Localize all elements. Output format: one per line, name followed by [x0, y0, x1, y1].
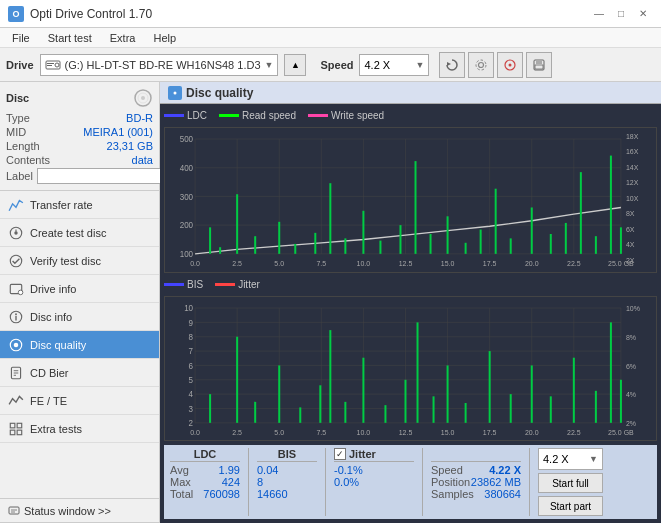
extra-tests-icon: [8, 421, 24, 437]
jitter-color-swatch: [215, 283, 235, 286]
menu-extra[interactable]: Extra: [102, 30, 144, 46]
nav-label-transfer-rate: Transfer rate: [30, 199, 93, 211]
menu-start-test[interactable]: Start test: [40, 30, 100, 46]
length-label: Length: [6, 140, 40, 152]
menu-help[interactable]: Help: [145, 30, 184, 46]
svg-rect-30: [10, 423, 15, 428]
samples-row: Samples 380664: [431, 488, 521, 500]
legend-read: Read speed: [219, 110, 296, 121]
titlebar-left: O Opti Drive Control 1.70: [8, 6, 152, 22]
svg-text:4: 4: [189, 389, 194, 399]
jitter-checkbox[interactable]: ✓: [334, 448, 346, 460]
drive-text: (G:) HL-DT-ST BD-RE WH16NS48 1.D3: [65, 59, 261, 71]
speed-label: Speed: [320, 59, 353, 71]
mid-value: MEIRA1 (001): [83, 126, 153, 138]
save-icon: [532, 58, 546, 72]
svg-text:6X: 6X: [626, 224, 635, 233]
svg-text:8: 8: [189, 331, 194, 341]
label-input[interactable]: [37, 168, 170, 184]
ldc-total-row: Total 760098: [170, 488, 240, 500]
divider1: [248, 448, 249, 516]
svg-point-38: [174, 91, 177, 94]
status-window-icon: [8, 505, 20, 517]
svg-text:16X: 16X: [626, 147, 639, 156]
svg-text:5.0: 5.0: [274, 259, 284, 268]
svg-text:0.0: 0.0: [190, 427, 200, 436]
start-part-button[interactable]: Start part: [538, 496, 603, 516]
minimize-button[interactable]: —: [589, 5, 609, 23]
titlebar-controls: — □ ✕: [589, 5, 653, 23]
disc-button[interactable]: [497, 52, 523, 78]
drive-info-icon: [8, 281, 24, 297]
sidebar-item-extra-tests[interactable]: Extra tests: [0, 415, 159, 443]
jitter-header: Jitter: [349, 448, 376, 460]
disc-title: Disc: [6, 92, 29, 104]
legend-jitter-label: Jitter: [238, 279, 260, 290]
svg-text:4X: 4X: [626, 240, 635, 249]
max-jitter: 0.0%: [334, 476, 414, 488]
gear-icon: [474, 58, 488, 72]
drive-select[interactable]: (G:) HL-DT-ST BD-RE WH16NS48 1.D3 ▼: [40, 54, 279, 76]
create-disc-icon: [8, 225, 24, 241]
speed-select[interactable]: 4.2 X ▼: [359, 54, 429, 76]
drivebar: Drive (G:) HL-DT-ST BD-RE WH16NS48 1.D3 …: [0, 48, 661, 82]
titlebar: O Opti Drive Control 1.70 — □ ✕: [0, 0, 661, 28]
svg-point-13: [141, 96, 145, 100]
svg-text:17.5: 17.5: [483, 427, 497, 436]
sidebar-item-transfer-rate[interactable]: Transfer rate: [0, 191, 159, 219]
disc-panel: Disc Type BD-R MID MEIRA1 (001) Length 2…: [0, 82, 159, 191]
svg-text:22.5: 22.5: [567, 427, 581, 436]
save-button[interactable]: [526, 52, 552, 78]
bis-color-swatch: [164, 283, 184, 286]
nav-label-cd-bier: CD Bier: [30, 367, 69, 379]
refresh-button[interactable]: [439, 52, 465, 78]
sidebar-item-create-test-disc[interactable]: Create test disc: [0, 219, 159, 247]
legend-ldc: LDC: [164, 110, 207, 121]
speed-stat-value: 4.22 X: [489, 464, 521, 476]
svg-point-18: [10, 255, 21, 266]
divider3: [422, 448, 423, 516]
status-window-button[interactable]: Status window >>: [0, 499, 159, 523]
sidebar-item-fe-te[interactable]: FE / TE: [0, 387, 159, 415]
sidebar-item-drive-info[interactable]: Drive info: [0, 275, 159, 303]
chart2-container: 10 9 8 7 6 5 4 3 2 10% 8% 6% 4% 2%: [164, 296, 657, 442]
type-value: BD-R: [126, 112, 153, 124]
speed-stat-label: Speed: [431, 464, 463, 476]
speed-value: 4.2 X: [364, 59, 390, 71]
legend-jitter: Jitter: [215, 279, 260, 290]
svg-text:3: 3: [189, 403, 194, 413]
bis-total-row: 14660: [257, 488, 317, 500]
speed-dropdown[interactable]: 4.2 X ▼: [538, 448, 603, 470]
charts-area: LDC Read speed Write speed: [160, 104, 661, 523]
svg-text:12.5: 12.5: [399, 259, 413, 268]
label-label: Label: [6, 170, 33, 182]
svg-point-5: [479, 62, 484, 67]
total-label: Total: [170, 488, 193, 500]
maximize-button[interactable]: □: [611, 5, 631, 23]
start-full-button[interactable]: Start full: [538, 473, 603, 493]
close-button[interactable]: ✕: [633, 5, 653, 23]
svg-point-1: [55, 63, 59, 67]
settings-button[interactable]: [468, 52, 494, 78]
sidebar-item-verify-test-disc[interactable]: Verify test disc: [0, 247, 159, 275]
sidebar-item-disc-info[interactable]: Disc info: [0, 303, 159, 331]
disc-mid-row: MID MEIRA1 (001): [6, 126, 153, 138]
avg-bis: 0.04: [257, 464, 278, 476]
svg-text:17.5: 17.5: [483, 259, 497, 268]
svg-text:22.5: 22.5: [567, 259, 581, 268]
menu-file[interactable]: File: [4, 30, 38, 46]
svg-point-20: [18, 290, 23, 295]
eject-button[interactable]: ▲: [284, 54, 306, 76]
chart2-svg: 10 9 8 7 6 5 4 3 2 10% 8% 6% 4% 2%: [165, 297, 656, 441]
stats-panel: LDC Avg 1.99 Max 424 Total 760098: [164, 445, 657, 519]
ldc-max-row: Max 424: [170, 476, 240, 488]
svg-text:7: 7: [189, 346, 194, 356]
disc-quality-title: Disc quality: [186, 86, 253, 100]
svg-text:18X: 18X: [626, 132, 639, 141]
sidebar-item-disc-quality[interactable]: Disc quality: [0, 331, 159, 359]
svg-text:7.5: 7.5: [316, 259, 326, 268]
svg-text:15.0: 15.0: [441, 427, 455, 436]
avg-jitter: -0.1%: [334, 464, 414, 476]
speed-row: Speed 4.22 X: [431, 464, 521, 476]
sidebar-item-cd-bier[interactable]: CD Bier: [0, 359, 159, 387]
